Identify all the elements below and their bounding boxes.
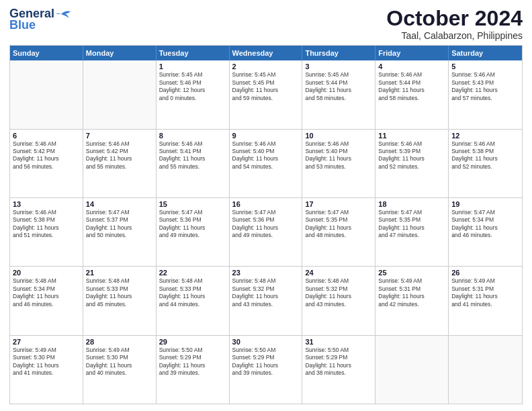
calendar-cell: 3Sunrise: 5:45 AM Sunset: 5:44 PM Daylig… (302, 60, 375, 128)
calendar-cell: 18Sunrise: 5:47 AM Sunset: 5:35 PM Dayli… (375, 198, 449, 266)
calendar-cell: 1Sunrise: 5:45 AM Sunset: 5:46 PM Daylig… (157, 60, 230, 128)
calendar-cell: 19Sunrise: 5:47 AM Sunset: 5:34 PM Dayli… (449, 198, 522, 266)
calendar-cell: 20Sunrise: 5:48 AM Sunset: 5:34 PM Dayli… (10, 267, 83, 334)
day-number: 27 (13, 338, 80, 346)
day-number: 17 (305, 200, 372, 208)
calendar-cell: 12Sunrise: 5:46 AM Sunset: 5:38 PM Dayli… (449, 130, 522, 197)
calendar-cell: 2Sunrise: 5:45 AM Sunset: 5:45 PM Daylig… (230, 60, 303, 128)
day-details: Sunrise: 5:49 AM Sunset: 5:30 PM Dayligh… (86, 347, 153, 377)
day-details: Sunrise: 5:46 AM Sunset: 5:44 PM Dayligh… (378, 71, 445, 102)
calendar-cell (449, 336, 522, 404)
day-details: Sunrise: 5:46 AM Sunset: 5:40 PM Dayligh… (232, 140, 300, 171)
day-details: Sunrise: 5:49 AM Sunset: 5:31 PM Dayligh… (378, 277, 445, 308)
day-number: 28 (86, 338, 153, 346)
day-details: Sunrise: 5:46 AM Sunset: 5:39 PM Dayligh… (378, 140, 445, 171)
day-number: 29 (159, 338, 226, 346)
calendar-week-5: 27Sunrise: 5:49 AM Sunset: 5:30 PM Dayli… (10, 335, 522, 404)
header-day-friday: Friday (375, 46, 449, 60)
day-details: Sunrise: 5:48 AM Sunset: 5:32 PM Dayligh… (305, 277, 372, 308)
calendar-cell: 11Sunrise: 5:46 AM Sunset: 5:39 PM Dayli… (375, 130, 449, 197)
day-details: Sunrise: 5:47 AM Sunset: 5:35 PM Dayligh… (378, 209, 445, 240)
calendar-cell: 17Sunrise: 5:47 AM Sunset: 5:35 PM Dayli… (302, 198, 375, 266)
day-details: Sunrise: 5:46 AM Sunset: 5:42 PM Dayligh… (86, 140, 153, 171)
calendar-cell (375, 336, 449, 404)
month-title: October 2024 (386, 7, 523, 30)
calendar-week-2: 6Sunrise: 5:46 AM Sunset: 5:42 PM Daylig… (10, 129, 522, 197)
calendar-header: SundayMondayTuesdayWednesdayThursdayFrid… (10, 46, 522, 60)
calendar-cell: 21Sunrise: 5:48 AM Sunset: 5:33 PM Dayli… (83, 267, 157, 334)
calendar-cell: 26Sunrise: 5:49 AM Sunset: 5:31 PM Dayli… (449, 267, 522, 334)
day-details: Sunrise: 5:45 AM Sunset: 5:44 PM Dayligh… (305, 71, 372, 102)
day-details: Sunrise: 5:47 AM Sunset: 5:34 PM Dayligh… (451, 209, 519, 240)
day-number: 18 (378, 200, 445, 208)
calendar-cell: 10Sunrise: 5:46 AM Sunset: 5:40 PM Dayli… (302, 130, 375, 197)
calendar-cell: 15Sunrise: 5:47 AM Sunset: 5:36 PM Dayli… (157, 198, 230, 266)
day-details: Sunrise: 5:47 AM Sunset: 5:35 PM Dayligh… (305, 209, 372, 240)
day-number: 21 (86, 269, 153, 277)
day-details: Sunrise: 5:45 AM Sunset: 5:46 PM Dayligh… (159, 71, 226, 102)
calendar-cell: 5Sunrise: 5:46 AM Sunset: 5:43 PM Daylig… (449, 60, 522, 128)
day-number: 14 (86, 200, 153, 208)
calendar-cell: 6Sunrise: 5:46 AM Sunset: 5:42 PM Daylig… (10, 130, 83, 197)
header-day-tuesday: Tuesday (157, 46, 230, 60)
calendar-week-1: 1Sunrise: 5:45 AM Sunset: 5:46 PM Daylig… (10, 60, 522, 128)
day-details: Sunrise: 5:46 AM Sunset: 5:38 PM Dayligh… (13, 209, 80, 240)
day-details: Sunrise: 5:46 AM Sunset: 5:42 PM Dayligh… (13, 140, 80, 171)
header-day-saturday: Saturday (449, 46, 522, 60)
calendar-cell: 9Sunrise: 5:46 AM Sunset: 5:40 PM Daylig… (230, 130, 303, 197)
calendar: SundayMondayTuesdayWednesdayThursdayFrid… (9, 45, 523, 404)
location-subtitle: Taal, Calabarzon, Philippines (386, 30, 523, 41)
day-details: Sunrise: 5:46 AM Sunset: 5:38 PM Dayligh… (451, 140, 519, 171)
calendar-cell: 30Sunrise: 5:50 AM Sunset: 5:29 PM Dayli… (230, 336, 303, 404)
header-day-monday: Monday (83, 46, 157, 60)
day-details: Sunrise: 5:47 AM Sunset: 5:37 PM Dayligh… (86, 209, 153, 240)
day-number: 30 (232, 338, 300, 346)
day-details: Sunrise: 5:46 AM Sunset: 5:41 PM Dayligh… (159, 140, 226, 171)
calendar-cell: 27Sunrise: 5:49 AM Sunset: 5:30 PM Dayli… (10, 336, 83, 404)
day-number: 13 (13, 200, 80, 208)
calendar-body: 1Sunrise: 5:45 AM Sunset: 5:46 PM Daylig… (10, 60, 522, 404)
calendar-cell: 22Sunrise: 5:48 AM Sunset: 5:33 PM Dayli… (157, 267, 230, 334)
day-number: 24 (305, 269, 372, 277)
calendar-cell: 8Sunrise: 5:46 AM Sunset: 5:41 PM Daylig… (157, 130, 230, 197)
day-details: Sunrise: 5:45 AM Sunset: 5:45 PM Dayligh… (232, 71, 300, 102)
day-number: 3 (305, 62, 372, 71)
header-day-thursday: Thursday (302, 46, 375, 60)
calendar-cell: 31Sunrise: 5:50 AM Sunset: 5:29 PM Dayli… (302, 336, 375, 404)
day-details: Sunrise: 5:50 AM Sunset: 5:29 PM Dayligh… (232, 347, 300, 377)
day-details: Sunrise: 5:48 AM Sunset: 5:32 PM Dayligh… (232, 277, 300, 308)
day-details: Sunrise: 5:48 AM Sunset: 5:33 PM Dayligh… (86, 277, 153, 308)
day-number: 15 (159, 200, 226, 208)
calendar-cell: 24Sunrise: 5:48 AM Sunset: 5:32 PM Dayli… (302, 267, 375, 334)
page-header: General Blue October 2024 Taal, Calabarz… (9, 7, 523, 41)
calendar-cell: 7Sunrise: 5:46 AM Sunset: 5:42 PM Daylig… (83, 130, 157, 197)
day-number: 10 (305, 132, 372, 140)
day-number: 7 (86, 132, 153, 140)
calendar-cell: 28Sunrise: 5:49 AM Sunset: 5:30 PM Dayli… (83, 336, 157, 404)
day-details: Sunrise: 5:46 AM Sunset: 5:40 PM Dayligh… (305, 140, 372, 171)
day-number: 31 (305, 338, 372, 346)
day-details: Sunrise: 5:47 AM Sunset: 5:36 PM Dayligh… (159, 209, 226, 240)
day-number: 16 (232, 200, 300, 208)
day-number: 2 (232, 62, 300, 71)
title-section: October 2024 Taal, Calabarzon, Philippin… (386, 7, 523, 41)
calendar-cell: 23Sunrise: 5:48 AM Sunset: 5:32 PM Dayli… (230, 267, 303, 334)
day-number: 8 (159, 132, 226, 140)
calendar-cell (83, 60, 157, 128)
day-details: Sunrise: 5:46 AM Sunset: 5:43 PM Dayligh… (451, 71, 519, 102)
calendar-week-4: 20Sunrise: 5:48 AM Sunset: 5:34 PM Dayli… (10, 266, 522, 334)
calendar-cell: 29Sunrise: 5:50 AM Sunset: 5:29 PM Dayli… (157, 336, 230, 404)
day-number: 22 (159, 269, 226, 277)
day-details: Sunrise: 5:50 AM Sunset: 5:29 PM Dayligh… (159, 347, 226, 377)
day-number: 20 (13, 269, 80, 277)
day-number: 23 (232, 269, 300, 277)
logo-bird-icon (56, 9, 71, 19)
day-number: 26 (451, 269, 519, 277)
day-number: 4 (378, 62, 445, 71)
day-number: 25 (378, 269, 445, 277)
header-day-wednesday: Wednesday (230, 46, 303, 60)
calendar-cell: 13Sunrise: 5:46 AM Sunset: 5:38 PM Dayli… (10, 198, 83, 266)
day-number: 11 (378, 132, 445, 140)
day-details: Sunrise: 5:48 AM Sunset: 5:34 PM Dayligh… (13, 277, 80, 308)
calendar-cell: 14Sunrise: 5:47 AM Sunset: 5:37 PM Dayli… (83, 198, 157, 266)
